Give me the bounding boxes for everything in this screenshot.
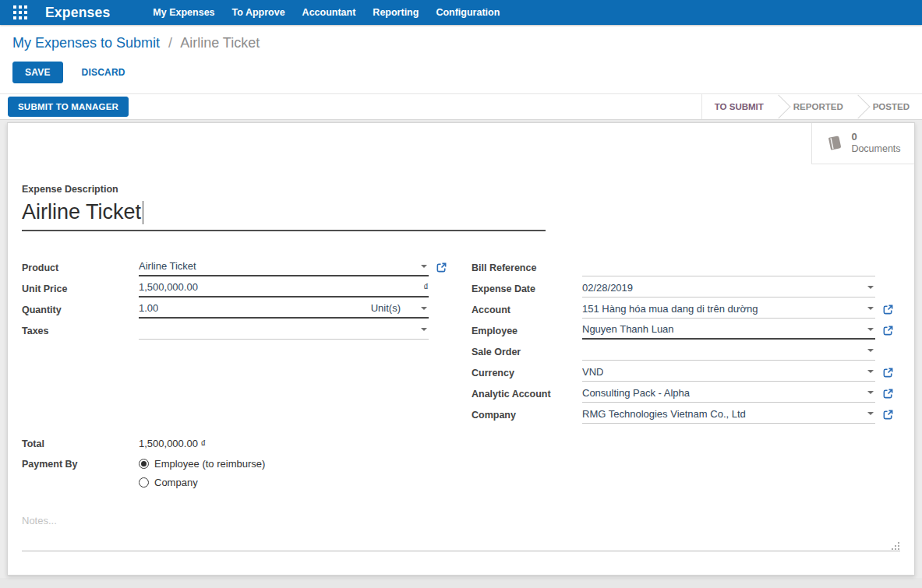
breadcrumb-current: Airline Ticket: [180, 35, 260, 51]
analytic-account-input[interactable]: Consulting Pack - Alpha: [582, 386, 875, 403]
quantity-value: 1.00: [139, 302, 158, 314]
currency-input[interactable]: VND: [582, 364, 875, 382]
nav-item-my-expenses[interactable]: My Expenses: [144, 0, 223, 25]
currency-value: VND: [582, 366, 603, 378]
field-row-product: Product Airline Ticket: [22, 257, 450, 278]
text-cursor: [143, 201, 143, 224]
uom-select[interactable]: Unit(s): [371, 302, 429, 314]
nav-item-reporting[interactable]: Reporting: [364, 0, 427, 25]
bill-reference-input[interactable]: [582, 259, 875, 276]
dropdown-caret-icon[interactable]: [867, 286, 874, 289]
external-link-icon[interactable]: [882, 388, 894, 400]
field-grid: Product Airline Ticket Unit Price: [22, 257, 914, 425]
dropdown-caret-icon[interactable]: [867, 412, 874, 415]
nav-menu: My Expenses To Approve Accountant Report…: [144, 0, 508, 25]
field-row-unit-price: Unit Price 1,500,000.00 ₫: [22, 278, 450, 299]
product-input[interactable]: Airline Ticket: [139, 259, 429, 276]
status-steps: TO SUBMIT REPORTED POSTED: [701, 94, 922, 119]
control-panel: My Expenses to Submit / Airline Ticket S…: [0, 25, 922, 93]
external-link-icon[interactable]: [882, 409, 894, 421]
resize-handle-icon[interactable]: [892, 542, 899, 549]
field-row-employee: Employee Nguyen Thanh Luan: [472, 320, 914, 341]
unit-price-input[interactable]: 1,500,000.00 ₫: [139, 280, 429, 298]
nav-item-accountant[interactable]: Accountant: [294, 0, 365, 25]
company-input[interactable]: RMG Technologies Vietnam Co., Ltd: [582, 407, 875, 424]
employee-input[interactable]: Nguyen Thanh Luan: [582, 322, 875, 340]
documents-count: 0: [851, 131, 900, 143]
field-row-sale-order: Sale Order: [472, 341, 914, 362]
nav-item-to-approve[interactable]: To Approve: [224, 0, 294, 25]
quantity-label: Quantity: [22, 305, 139, 315]
field-row-quantity: Quantity 1.00 Unit(s): [22, 299, 450, 320]
status-step-to-submit[interactable]: TO SUBMIT: [702, 102, 776, 111]
product-value: Airline Ticket: [139, 260, 196, 272]
total-label: Total: [22, 438, 139, 449]
field-row-company: Company RMG Technologies Vietnam Co., Lt…: [472, 404, 914, 425]
total-row: Total 1,500,000.00 ₫: [22, 433, 914, 454]
dropdown-caret-icon[interactable]: [421, 307, 427, 310]
status-step-reported[interactable]: REPORTED: [781, 102, 856, 111]
sale-order-input[interactable]: [582, 343, 875, 361]
nav-item-configuration[interactable]: Configuration: [427, 0, 508, 25]
analytic-account-label: Analytic Account: [472, 389, 582, 400]
taxes-label: Taxes: [22, 326, 139, 336]
field-row-account: Account 151 Hàng hóa mua dang di trên dư…: [472, 299, 914, 320]
external-link-icon[interactable]: [882, 304, 894, 315]
notes-placeholder: Notes...: [22, 508, 900, 526]
field-column-left: Product Airline Ticket Unit Price: [22, 257, 450, 425]
unit-price-label: Unit Price: [22, 283, 139, 294]
company-label: Company: [472, 410, 582, 421]
radio-unselected-icon[interactable]: [139, 477, 149, 488]
expense-description-label: Expense Description: [22, 184, 914, 195]
radio-option-label: Employee (to reimburse): [154, 458, 265, 470]
field-row-taxes: Taxes: [22, 320, 450, 341]
dropdown-caret-icon[interactable]: [421, 328, 427, 331]
radio-option-label: Company: [154, 477, 198, 488]
apps-grid-icon[interactable]: [12, 5, 28, 20]
taxes-input[interactable]: [139, 322, 429, 340]
currency-label: Currency: [472, 368, 582, 379]
radio-selected-icon[interactable]: [139, 459, 149, 469]
radio-option-employee[interactable]: Employee (to reimburse): [139, 454, 265, 473]
discard-button[interactable]: DISCARD: [82, 67, 125, 78]
field-row-expense-date: Expense Date 02/28/2019: [472, 278, 914, 299]
account-label: Account: [472, 305, 582, 315]
top-navbar: Expenses My Expenses To Approve Accounta…: [0, 0, 922, 25]
save-button[interactable]: SAVE: [12, 62, 63, 83]
dropdown-caret-icon[interactable]: [867, 370, 874, 373]
app-title[interactable]: Expenses: [45, 5, 110, 21]
dropdown-caret-icon[interactable]: [867, 391, 874, 394]
apps-grid-icon-svg: [13, 5, 27, 19]
external-link-icon[interactable]: [882, 367, 894, 379]
chevron-right-icon: [766, 94, 790, 118]
submit-to-manager-button[interactable]: SUBMIT TO MANAGER: [8, 97, 129, 117]
external-link-icon[interactable]: [882, 325, 894, 336]
dropdown-caret-icon[interactable]: [421, 265, 427, 268]
employee-label: Employee: [472, 326, 582, 336]
payment-radio-group: Employee (to reimburse) Company: [139, 454, 265, 491]
expense-date-input[interactable]: 02/28/2019: [582, 280, 875, 298]
currency-symbol: ₫: [423, 281, 429, 293]
unit-price-value: 1,500,000.00: [139, 281, 198, 293]
dropdown-caret-icon[interactable]: [867, 307, 874, 310]
expense-date-value: 02/28/2019: [582, 282, 633, 294]
documents-stat-text: 0 Documents: [851, 131, 900, 156]
breadcrumb-separator: /: [168, 35, 172, 51]
dropdown-caret-icon[interactable]: [867, 328, 874, 331]
statusbar: SUBMIT TO MANAGER TO SUBMIT REPORTED POS…: [0, 93, 922, 120]
form-sheet: 0 Documents Expense Description Airline …: [7, 122, 915, 576]
total-value: 1,500,000.00 ₫: [139, 438, 206, 449]
field-row-analytic-account: Analytic Account Consulting Pack - Alpha: [472, 383, 914, 404]
breadcrumb-parent-link[interactable]: My Expenses to Submit: [12, 35, 160, 51]
radio-option-company[interactable]: Company: [139, 473, 265, 491]
external-link-icon[interactable]: [436, 262, 447, 273]
quantity-input[interactable]: 1.00 Unit(s): [139, 301, 429, 319]
expense-description-input[interactable]: Airline Ticket: [22, 200, 546, 231]
documents-stat-button[interactable]: 0 Documents: [811, 123, 914, 164]
uom-value: Unit(s): [371, 302, 401, 314]
account-input[interactable]: 151 Hàng hóa mua dang di trên dường: [582, 301, 875, 319]
employee-value: Nguyen Thanh Luan: [582, 323, 674, 335]
dropdown-caret-icon[interactable]: [867, 349, 874, 352]
company-value: RMG Technologies Vietnam Co., Ltd: [582, 408, 746, 420]
notes-textarea[interactable]: Notes...: [22, 508, 900, 551]
